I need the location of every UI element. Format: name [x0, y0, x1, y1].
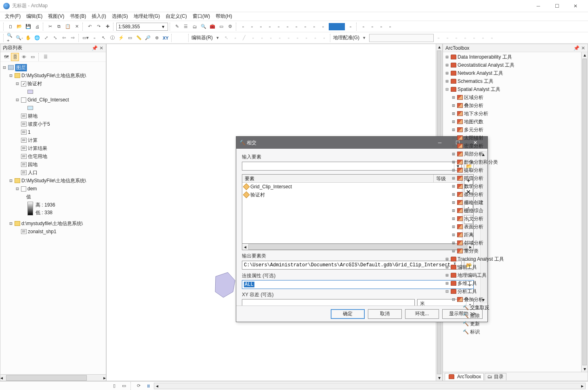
- toggle-icon[interactable]: ⊞: [451, 240, 456, 246]
- pause-icon[interactable]: ⏸: [144, 382, 152, 390]
- toolbox-node[interactable]: ⊞Schematics 工具: [444, 77, 587, 85]
- find-route-icon[interactable]: ⊕: [153, 34, 161, 42]
- toolbox-node[interactable]: ⊞插值分析: [444, 174, 587, 182]
- misc-icon[interactable]: ▫: [310, 23, 318, 31]
- menu-help[interactable]: 帮助(H): [216, 13, 232, 20]
- toc-scrollbar[interactable]: ◂▸: [0, 374, 106, 381]
- menu-geoprocessing[interactable]: 地理处理(G): [134, 13, 160, 20]
- menu-window[interactable]: 窗口(W): [193, 13, 210, 20]
- fixed-zoom-in-icon[interactable]: ⤢: [42, 34, 50, 42]
- toggle-icon[interactable]: ⊟: [445, 289, 449, 294]
- tree-table[interactable]: 计算: [1, 136, 105, 144]
- toc-icon[interactable]: ☰: [182, 23, 190, 31]
- map-canvas[interactable]: ▴ ▾ 🔨 相交 ─ ☐ ✕ ▴▾ 输入要素 ▾: [106, 44, 443, 381]
- misc-icon[interactable]: ▫: [368, 23, 376, 31]
- misc-icon[interactable]: ▫: [386, 23, 394, 31]
- toggle-icon[interactable]: ⊞: [451, 248, 456, 254]
- toolbox-node[interactable]: ⊟Spatial Analyst 工具: [444, 85, 587, 93]
- toolbox-node[interactable]: ⊞多元分析: [444, 126, 587, 134]
- xy-tol-field[interactable]: [242, 299, 415, 306]
- toolbox-node[interactable]: ⊞太阳辐射: [444, 134, 587, 142]
- tab-arctoolbox[interactable]: ArcToolbox: [445, 373, 484, 380]
- map-hscrollbar[interactable]: ◂▸: [154, 383, 586, 389]
- tree-symbol[interactable]: [1, 104, 105, 112]
- misc-icon[interactable]: ▫: [257, 23, 265, 31]
- print-icon[interactable]: 🖨: [33, 23, 41, 31]
- toolbox-node[interactable]: ⊟叠加分析: [444, 295, 587, 304]
- tree-datasource[interactable]: ⊟D:\MyStudyFile\土地信息系统\: [1, 177, 105, 185]
- clear-selection-icon[interactable]: ▫: [90, 34, 99, 42]
- misc-icon[interactable]: ▫: [292, 23, 300, 31]
- toggle-icon[interactable]: ⊞: [451, 143, 456, 149]
- toolbox-node[interactable]: ⊞提取分析: [444, 166, 587, 174]
- toggle-icon[interactable]: ⊞: [451, 200, 456, 205]
- tree-datasource[interactable]: ⊟d:\mystudyfile\土地信息系统\: [1, 219, 105, 228]
- arctoolbox-tree[interactable]: ⊞Data Interoperability 工具⊞Geostatistical…: [443, 52, 588, 372]
- output-path-input[interactable]: [242, 261, 461, 269]
- cut-icon[interactable]: ✂: [46, 23, 54, 31]
- toolbox-tool[interactable]: 🔨擦除: [444, 312, 587, 320]
- tree-layer[interactable]: ⊟✓验证村: [1, 80, 105, 88]
- editor-menu[interactable]: 编辑器(R): [191, 34, 213, 41]
- toggle-icon[interactable]: ⊞: [451, 224, 456, 230]
- input-features-combo[interactable]: ▾: [242, 162, 462, 171]
- toolbox-node[interactable]: ⊞地理编码工具: [444, 271, 587, 279]
- misc-icon[interactable]: ▫: [359, 23, 368, 31]
- tree-table[interactable]: 1: [1, 128, 105, 136]
- checkbox-on[interactable]: ✓: [21, 81, 26, 86]
- join-attr-combo[interactable]: ALL ⌄: [242, 280, 474, 289]
- list-by-visibility-icon[interactable]: 👁: [20, 53, 28, 61]
- modelbuilder-icon[interactable]: ⚙: [226, 23, 234, 31]
- toggle-icon[interactable]: ⊞: [451, 208, 456, 213]
- toolbox-node[interactable]: ⊞局部分析: [444, 150, 587, 158]
- copy-icon[interactable]: ⧉: [55, 23, 63, 31]
- select-features-icon[interactable]: ▭▾: [82, 34, 90, 42]
- menu-select[interactable]: 选择(S): [112, 13, 128, 20]
- features-list[interactable]: 要素 等级 Grid_Clip_Intersect 验证村: [242, 175, 462, 243]
- tree-table[interactable]: 住宅用地: [1, 152, 105, 160]
- toggle-icon[interactable]: ⊞: [451, 119, 456, 124]
- layout-view-icon[interactable]: ▭: [120, 382, 128, 390]
- tree-layer-dem[interactable]: ⊟dem: [1, 185, 105, 193]
- redo-icon[interactable]: ↷: [94, 23, 103, 31]
- output-path-field[interactable]: [242, 261, 462, 270]
- identify-icon[interactable]: ⓘ: [108, 34, 116, 42]
- toggle-icon[interactable]: ⊞: [451, 216, 456, 221]
- chevron-down-icon[interactable]: ▾: [160, 23, 166, 30]
- toolbox-node[interactable]: ⊞距离: [444, 231, 587, 239]
- toggle-icon[interactable]: ⊞: [445, 272, 449, 278]
- georef-menu[interactable]: 地理配准(G): [333, 34, 359, 41]
- list-by-drawing-icon[interactable]: 🗺: [2, 53, 10, 61]
- tree-layer[interactable]: ⊟Grid_Clip_Intersect: [1, 96, 105, 104]
- maximize-button[interactable]: ☐: [548, 0, 566, 12]
- options-icon[interactable]: ☰: [42, 53, 50, 61]
- toggle-icon[interactable]: ⊟: [451, 297, 456, 302]
- toggle-icon[interactable]: ⊞: [451, 151, 456, 157]
- misc-icon[interactable]: ▫: [319, 23, 327, 31]
- toggle-icon[interactable]: ⊟: [445, 86, 449, 92]
- pin-icon[interactable]: 📌: [573, 45, 580, 51]
- toggle-icon[interactable]: ⊞: [451, 175, 456, 181]
- toggle-icon[interactable]: ⊞: [451, 103, 456, 108]
- chevron-down-icon[interactable]: ▾: [360, 34, 368, 42]
- find-icon[interactable]: 🔎: [144, 34, 152, 42]
- tree-symbol[interactable]: [1, 88, 105, 96]
- tree-table[interactable]: 计算结果: [1, 144, 105, 152]
- menu-edit[interactable]: 编辑(E): [26, 13, 42, 20]
- catalog-icon[interactable]: 🗂: [191, 23, 199, 31]
- toolbox-tool[interactable]: 🔨标识: [444, 328, 587, 336]
- toolbox-node[interactable]: ⊞Data Interoperability 工具: [444, 53, 587, 61]
- arctoolbox-icon[interactable]: 🧰: [208, 23, 216, 31]
- misc-icon[interactable]: ▫: [239, 23, 247, 31]
- search-icon[interactable]: 🔍: [200, 23, 208, 31]
- toggle-icon[interactable]: ⊞: [451, 167, 456, 173]
- tree-table[interactable]: zonalst_shp1: [1, 228, 105, 236]
- toggle-icon[interactable]: ⊞: [451, 159, 456, 165]
- open-icon[interactable]: 📂: [15, 23, 23, 31]
- toolbox-node[interactable]: ⊞地图代数: [444, 118, 587, 126]
- tree-datasource[interactable]: ⊟D:\MyStudyFile\土地信息系统\: [1, 72, 105, 80]
- menu-bookmarks[interactable]: 书签(B): [70, 13, 86, 20]
- toggle-icon[interactable]: ⊞: [445, 256, 449, 262]
- new-icon[interactable]: 🗋: [6, 23, 15, 31]
- pan-icon[interactable]: ✋: [24, 34, 32, 42]
